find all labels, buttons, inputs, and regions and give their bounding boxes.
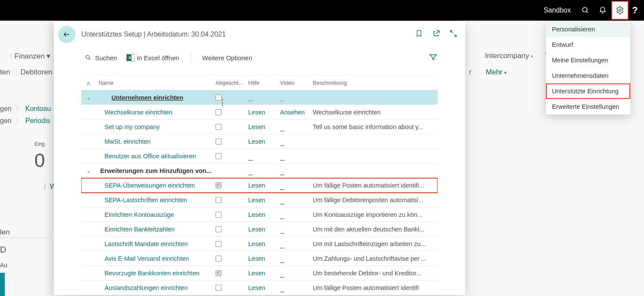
search-action[interactable]: Suchen bbox=[85, 54, 117, 62]
table-row[interactable]: Benutzer aus Office aktualisieren__ bbox=[81, 149, 438, 163]
settings-menu-item[interactable]: Unternehmensdaten bbox=[546, 68, 630, 83]
row-name[interactable]: MwSt. einrichten bbox=[96, 138, 216, 145]
search-icon[interactable] bbox=[577, 2, 594, 19]
help-link[interactable]: Lesen bbox=[248, 226, 280, 233]
excel-icon: X bbox=[126, 54, 133, 61]
filter-icon[interactable] bbox=[429, 53, 438, 63]
table-row[interactable]: ⌄Unternehmen einrichten⋮__ bbox=[81, 90, 438, 105]
col-abgeschl[interactable]: Abgeschl... bbox=[216, 80, 248, 86]
row-name[interactable]: Auslandszahlungen einrichten bbox=[96, 284, 216, 291]
help-link[interactable]: Lesen bbox=[248, 270, 280, 277]
table-row[interactable]: ⌄Erweiterungen zum Hinzufügen von...__ bbox=[81, 163, 438, 178]
table-row[interactable]: Bevorzugte Bankkonten einrichtenLesen_Um… bbox=[81, 266, 438, 281]
completed-checkbox[interactable] bbox=[216, 109, 222, 115]
col-hilfe[interactable]: Hilfe bbox=[248, 80, 280, 86]
row-name[interactable]: SEPA-Lastschriften einrichten bbox=[96, 197, 216, 204]
help-link[interactable]: Lesen bbox=[248, 109, 280, 116]
bg-nav-finanzen[interactable]: 〈 Finanzen ▾ bbox=[6, 52, 50, 61]
row-name[interactable]: Set up my company bbox=[96, 123, 216, 130]
video-empty: _ bbox=[280, 125, 313, 129]
row-description: Tell us some basic information about y..… bbox=[313, 123, 437, 130]
settings-menu-item[interactable]: Meine Einstellungen bbox=[546, 52, 630, 68]
row-name[interactable]: Wechselkurse einrichten bbox=[96, 109, 216, 116]
table-row[interactable]: Lastschrift Mandate einrichtenLesen_Um m… bbox=[81, 237, 438, 251]
bg-nav-secondary: ten Debitoren bbox=[0, 68, 52, 77]
completed-checkbox[interactable] bbox=[216, 153, 222, 159]
col-video[interactable]: Video bbox=[280, 80, 313, 86]
row-description: Um bestehende Debitor- und Kreditor... bbox=[313, 270, 437, 277]
row-name[interactable]: Unternehmen einrichten⋮ bbox=[96, 94, 216, 101]
row-name[interactable]: Einrichten Kontoauszüge bbox=[96, 211, 216, 218]
table-row[interactable]: Einrichten BankleitzahlenLesen_Um mit de… bbox=[81, 222, 438, 237]
row-name[interactable]: Avis E-Mail Versand einrichten bbox=[96, 255, 216, 262]
col-name[interactable]: Name bbox=[96, 80, 216, 86]
collapse-all-icon[interactable] bbox=[81, 80, 96, 86]
video-empty: _ bbox=[280, 96, 313, 100]
help-link[interactable]: Lesen bbox=[248, 182, 280, 189]
environment-label: Sandbox bbox=[544, 6, 571, 14]
open-in-excel-action[interactable]: X In Excel öffnen bbox=[126, 54, 179, 62]
settings-menu-item[interactable]: Entwurf bbox=[546, 37, 630, 52]
settings-menu-item[interactable]: Erweiterte Einstellungen bbox=[546, 99, 630, 114]
bell-icon[interactable] bbox=[594, 2, 611, 19]
completed-checkbox[interactable] bbox=[216, 212, 222, 218]
row-description: Um Zahlungs- und Lastschriftavise per ..… bbox=[313, 255, 437, 262]
completed-checkbox[interactable] bbox=[216, 241, 222, 247]
row-name[interactable]: SEPA-Überweisungen einrichten bbox=[96, 182, 216, 189]
dialog-toolbar: Suchen X In Excel öffnen Weitere Optione… bbox=[54, 49, 465, 67]
help-link[interactable]: Lesen bbox=[248, 255, 280, 262]
help-link[interactable]: Lesen bbox=[248, 197, 280, 204]
completed-checkbox[interactable] bbox=[216, 270, 222, 276]
settings-menu-item[interactable]: Unterstützte Einrichtung bbox=[546, 83, 630, 99]
row-name[interactable]: Benutzer aus Office aktualisieren bbox=[96, 153, 216, 160]
help-link[interactable]: Lesen bbox=[248, 211, 280, 218]
row-name[interactable]: Erweiterungen zum Hinzufügen von... bbox=[96, 167, 216, 174]
help-empty: _ bbox=[248, 96, 280, 100]
completed-checkbox[interactable] bbox=[216, 256, 222, 262]
more-options-action[interactable]: Weitere Optionen bbox=[202, 54, 252, 62]
table-row[interactable]: Auslandszahlungen einrichtenLesen_Um fäl… bbox=[81, 281, 438, 295]
svg-point-7 bbox=[86, 56, 89, 59]
bg-nav-mehr[interactable]: Mehr▾ bbox=[486, 68, 506, 77]
table-row[interactable]: SEPA-Lastschriften einrichtenLesen_Um fä… bbox=[81, 193, 438, 207]
completed-checkbox[interactable] bbox=[216, 197, 222, 203]
bg-link-periodis[interactable]: gen〉Periodis bbox=[0, 117, 51, 125]
help-icon[interactable]: ? bbox=[629, 5, 641, 16]
bookmark-icon[interactable] bbox=[415, 30, 423, 39]
table-row[interactable]: Avis E-Mail Versand einrichtenLesen_Um Z… bbox=[81, 251, 438, 266]
row-name[interactable]: Bevorzugte Bankkonten einrichten bbox=[96, 270, 216, 277]
help-link[interactable]: Lesen bbox=[248, 123, 280, 130]
settings-menu-item[interactable]: Personalisieren bbox=[546, 22, 630, 37]
completed-checkbox[interactable] bbox=[216, 139, 222, 145]
bg-link-kontoau[interactable]: gen〉Kontoau bbox=[0, 105, 51, 113]
table-row[interactable]: Set up my companyLesen_Tell us some basi… bbox=[81, 120, 438, 134]
completed-checkbox[interactable] bbox=[216, 285, 222, 291]
expand-icon[interactable] bbox=[450, 30, 457, 39]
row-description: Um fällige Posten automatisiert identifi… bbox=[313, 182, 437, 189]
table-row[interactable]: SEPA-Überweisungen einrichtenLesen_Um fä… bbox=[81, 178, 438, 193]
svg-point-0 bbox=[582, 7, 587, 12]
video-empty: _ bbox=[280, 183, 313, 188]
help-link[interactable]: Lesen bbox=[248, 284, 280, 291]
completed-checkbox[interactable] bbox=[216, 226, 222, 232]
gear-icon[interactable] bbox=[611, 1, 629, 20]
open-new-icon[interactable] bbox=[432, 30, 440, 39]
table-row[interactable]: Einrichten KontoauszügeLesen_Um Kontoaus… bbox=[81, 207, 438, 222]
chevron-down-icon: ▾ bbox=[46, 52, 50, 61]
video-empty: _ bbox=[280, 256, 313, 261]
help-link[interactable]: Lesen bbox=[248, 138, 280, 145]
col-beschreibung[interactable]: Beschreibung bbox=[313, 80, 437, 86]
table-row[interactable]: Wechselkurse einrichtenLesenAnsehenWechs… bbox=[81, 105, 438, 120]
video-link[interactable]: Ansehen bbox=[280, 109, 313, 116]
row-name[interactable]: Einrichten Bankleitzahlen bbox=[96, 226, 216, 233]
back-button[interactable] bbox=[58, 26, 75, 43]
row-menu-icon[interactable]: ⋮ bbox=[219, 98, 227, 107]
bg-nav-intercompany[interactable]: Intercompany▾ bbox=[485, 52, 533, 60]
bg-nav-right: Intercompany▾ Ve bbox=[485, 52, 554, 60]
svg-line-6 bbox=[454, 34, 456, 37]
help-link[interactable]: Lesen bbox=[248, 240, 280, 247]
completed-checkbox[interactable] bbox=[216, 124, 222, 130]
row-name[interactable]: Lastschrift Mandate einrichten bbox=[96, 240, 216, 247]
table-row[interactable]: MwSt. einrichtenLesen_ bbox=[81, 134, 438, 149]
completed-checkbox[interactable] bbox=[216, 182, 222, 188]
